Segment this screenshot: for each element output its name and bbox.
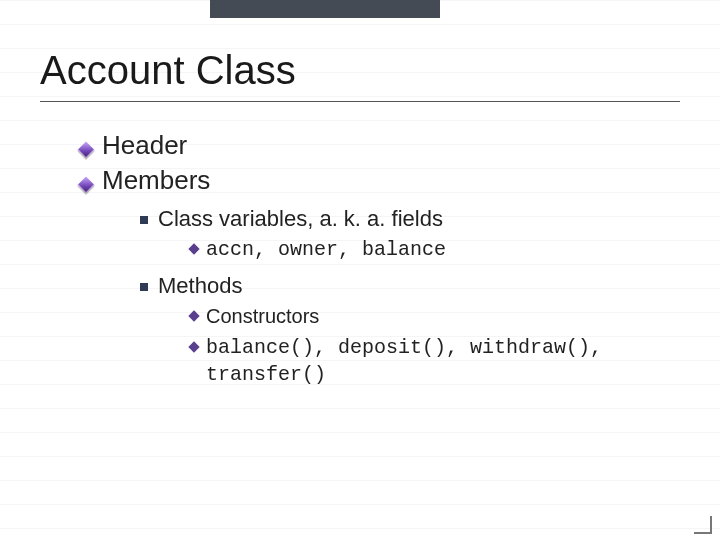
diamond-icon [78, 141, 95, 158]
bullet-method-list: balance(), deposit(), withdraw(), transf… [190, 334, 680, 388]
bullet-text: Methods [158, 273, 242, 299]
bullet-members: Members [80, 165, 680, 196]
bullet-text: Members [102, 165, 210, 196]
tiny-diamond-icon [188, 243, 199, 254]
bullet-class-variables: Class variables, a. k. a. fields [140, 206, 680, 232]
bullet-class-vars-detail: accn, owner, balance [190, 236, 680, 263]
slide-title: Account Class [40, 48, 680, 93]
bullet-text: Constructors [206, 303, 319, 330]
bullet-text: Header [102, 130, 187, 161]
bullet-text: Class variables, a. k. a. fields [158, 206, 443, 232]
bullet-header: Header [80, 130, 680, 161]
tiny-diamond-icon [188, 341, 199, 352]
corner-mark-icon [694, 516, 712, 534]
tiny-diamond-icon [188, 310, 199, 321]
square-icon [140, 283, 148, 291]
title-underline [40, 101, 680, 102]
square-icon [140, 216, 148, 224]
bullet-text: accn, owner, balance [206, 236, 446, 263]
bullet-text: balance(), deposit(), withdraw(), transf… [206, 334, 680, 388]
bullet-methods: Methods [140, 273, 680, 299]
bullet-constructors: Constructors [190, 303, 680, 330]
slide-body: Account Class Header Members Class varia… [0, 0, 720, 540]
diamond-icon [78, 176, 95, 193]
